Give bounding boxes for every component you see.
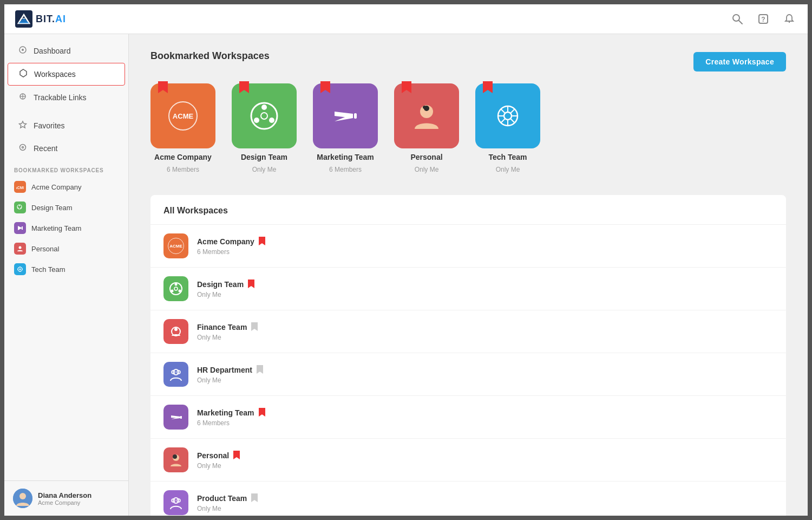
list-item-personal[interactable]: Personal Only Me (150, 439, 786, 482)
list-sub-product: Only Me (197, 505, 773, 512)
sidebar-item-trackable-links[interactable]: Trackable Links (8, 87, 125, 108)
svg-point-61 (175, 283, 178, 286)
svg-point-19 (19, 205, 20, 206)
bookmarked-section-header: Bookmarked Workspaces Create Workspace (150, 50, 786, 73)
sidebar-ws-personal-icon (14, 243, 26, 255)
marketing-bookmark-flag (320, 81, 330, 96)
ws-card-marketing-label: Marketing Team (317, 153, 374, 161)
list-name-hr: HR Department (197, 366, 252, 374)
all-workspaces-section: All Workspaces ACME Acme Company 6 Membe… (150, 195, 786, 516)
svg-point-20 (21, 207, 22, 209)
bookmarked-title: Bookmarked Workspaces (150, 50, 270, 62)
help-icon[interactable]: ? (756, 11, 771, 27)
svg-marker-48 (483, 81, 493, 93)
list-bookmark-product (251, 493, 258, 504)
ws-card-design-icon (232, 83, 297, 148)
list-bookmark-design (248, 280, 254, 290)
list-icon-acme: ACME (163, 233, 188, 258)
user-avatar (13, 489, 32, 508)
svg-marker-44 (402, 81, 411, 93)
svg-marker-79 (233, 451, 240, 459)
ws-card-design[interactable]: Design Team Only Me (232, 83, 297, 173)
ws-card-design-sub: Only Me (252, 166, 277, 173)
svg-marker-65 (248, 280, 254, 288)
ws-card-acme-icon: ACME (150, 83, 215, 148)
ws-card-personal-icon (394, 83, 459, 148)
ws-card-marketing-icon (313, 83, 378, 148)
bell-icon[interactable] (782, 11, 797, 27)
svg-point-69 (173, 369, 179, 375)
ws-card-tech[interactable]: Tech Team Only Me (475, 83, 540, 173)
list-item-finance[interactable]: Finance Team Only Me (150, 310, 786, 353)
search-icon[interactable] (730, 11, 745, 27)
sidebar-ws-marketing[interactable]: Marketing Team (4, 218, 128, 238)
design-bookmark-flag (239, 81, 249, 96)
list-item-acme[interactable]: ACME Acme Company 6 Members (150, 225, 786, 268)
user-info: Diana Anderson Acme Company (38, 491, 91, 506)
sidebar-item-dashboard[interactable]: Dashboard (8, 40, 125, 62)
sidebar-item-workspaces[interactable]: Workspaces (8, 63, 125, 86)
logo-icon (15, 10, 32, 28)
sidebar-ws-acme-label: Acme Company (31, 183, 81, 191)
svg-line-55 (501, 109, 505, 113)
sidebar-workspaces-label: Workspaces (34, 70, 76, 79)
sidebar-item-favorites[interactable]: Favorites (8, 115, 125, 136)
sidebar-ws-tech[interactable]: Tech Team (4, 259, 128, 280)
sidebar-ws-personal[interactable]: Personal (4, 238, 128, 259)
list-item-design[interactable]: Design Team Only Me (150, 268, 786, 310)
ws-card-personal-sub: Only Me (415, 166, 439, 173)
list-item-product[interactable]: Product Team Only Me (150, 482, 786, 516)
list-item-marketing[interactable]: Marketing Team 6 Members (150, 396, 786, 439)
list-info-design: Design Team Only Me (197, 280, 773, 298)
megaphone-icon (329, 100, 362, 132)
main-content: Bookmarked Workspaces Create Workspace A… (129, 34, 808, 516)
user-name: Diana Anderson (38, 491, 91, 499)
ws-card-acme-label: Acme Company (154, 153, 212, 161)
acme-bookmark-flag (158, 81, 168, 96)
ws-card-tech-icon (475, 83, 540, 148)
list-bookmark-acme (259, 237, 265, 247)
list-icon-finance (163, 319, 188, 344)
favorites-icon (17, 120, 28, 131)
sidebar-recent-label: Recent (34, 144, 57, 153)
svg-point-37 (269, 118, 274, 123)
svg-marker-34 (239, 81, 249, 93)
ws-card-personal[interactable]: Personal Only Me (394, 83, 459, 173)
logo-text: BIT.AI (36, 14, 66, 25)
tech-bookmark-flag (483, 81, 493, 96)
list-palette-icon (168, 281, 184, 296)
list-finance-icon (168, 324, 184, 339)
svg-point-16 (22, 147, 24, 148)
ws-card-tech-label: Tech Team (488, 153, 527, 161)
sidebar-ws-acme-icon: ACME (14, 181, 26, 193)
sidebar-ws-acme[interactable]: ACME Acme Company (4, 177, 128, 197)
svg-line-57 (510, 109, 515, 113)
svg-marker-22 (18, 226, 22, 230)
list-megaphone-icon (168, 410, 184, 425)
palette-icon (248, 100, 280, 132)
list-icon-design (163, 276, 188, 301)
svg-point-63 (171, 290, 174, 292)
dashboard-icon (17, 46, 28, 56)
trackable-links-icon (17, 92, 28, 103)
list-item-hr[interactable]: HR Department Only Me (150, 353, 786, 396)
list-icon-personal (163, 447, 188, 472)
sidebar-ws-design[interactable]: Design Team (4, 197, 128, 218)
svg-text:ACME: ACME (16, 186, 24, 190)
svg-marker-59 (259, 237, 265, 245)
svg-marker-72 (257, 365, 263, 374)
list-name-personal: Personal (197, 451, 229, 460)
acme-logo-text: ACME (168, 101, 198, 131)
svg-line-5 (739, 21, 742, 24)
ws-card-marketing-sub: 6 Members (329, 166, 362, 173)
logo[interactable]: BIT.AI (15, 10, 66, 28)
ws-card-marketing[interactable]: Marketing Team 6 Members (313, 83, 378, 173)
svg-point-21 (18, 207, 19, 209)
create-workspace-button[interactable]: Create Workspace (693, 52, 786, 72)
ws-card-acme[interactable]: ACME Acme Company 6 Members (150, 83, 215, 173)
svg-marker-68 (251, 322, 258, 331)
personal-bookmark-flag (402, 81, 411, 96)
all-workspaces-title: All Workspaces (150, 195, 786, 225)
ws-card-tech-sub: Only Me (496, 166, 520, 173)
sidebar-item-recent[interactable]: Recent (8, 138, 125, 159)
